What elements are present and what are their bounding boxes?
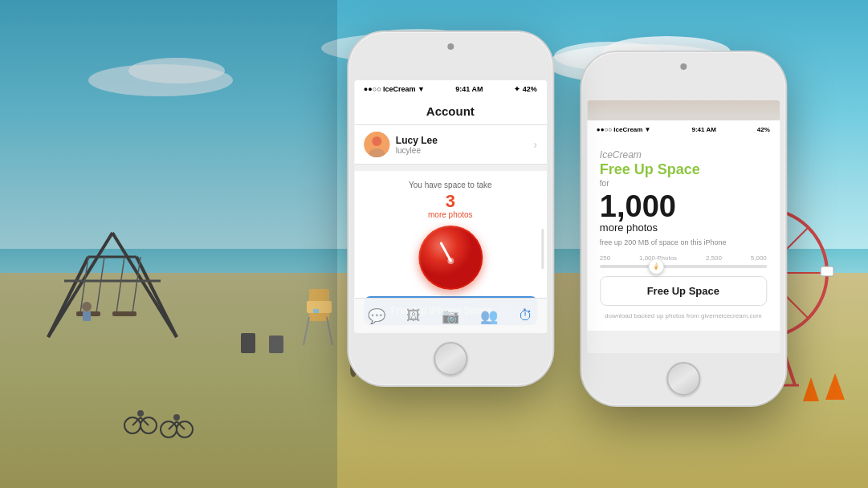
phone1-avatar — [364, 132, 389, 157]
phone1-user-info: Lucy Lee lucylee — [396, 135, 527, 155]
phone2-slider-labels: 250 1,000 Photos 2,500 5,000 — [600, 254, 767, 262]
phone2-more-photos: more photos — [600, 222, 767, 234]
phone2-main-content: IceCream Free Up Space for 1,000 more ph… — [587, 138, 780, 331]
svg-rect-10 — [0, 0, 337, 488]
phone2-battery: 42% — [757, 126, 770, 133]
phone2-slider-label-5000: 5,000 — [751, 254, 767, 262]
phone2-time: 9:41 AM — [691, 126, 715, 133]
phone1-space-prefix: You have space to take — [364, 181, 537, 189]
phone1-status-bar: ●●○○ IceCream ▼ 9:41 AM ✦ 42% — [354, 80, 547, 98]
phone-1: ●●○○ IceCream ▼ 9:41 AM ✦ 42% Account — [348, 32, 552, 385]
svg-point-68 — [447, 258, 454, 264]
svg-point-64 — [372, 136, 381, 146]
phone2-slider-track[interactable]: 🍦 — [600, 265, 767, 268]
svg-rect-53 — [307, 301, 332, 313]
phone1-speed-icon: ⏱ — [519, 307, 533, 324]
phone1-camera-icon: 📷 — [442, 307, 459, 325]
phone1-tab-bar: 💬 🖼 📷 👥 ⏱ — [354, 298, 547, 333]
phone2-carrier: ●●○○ IceCream ▼ — [597, 126, 651, 133]
phone2-home-button[interactable] — [666, 362, 700, 396]
svg-point-29 — [137, 410, 144, 417]
phone1-gauge — [418, 226, 483, 290]
svg-rect-24 — [83, 311, 91, 321]
phone1-time: 9:41 AM — [455, 85, 483, 93]
phone2-slider-label-2500: 2,500 — [706, 254, 722, 262]
phone1-home-button[interactable] — [434, 342, 467, 376]
phone1-account-chevron: › — [533, 138, 537, 151]
phone2-slider-fill — [600, 265, 650, 268]
phone1-screen: ●●○○ IceCream ▼ 9:41 AM ✦ 42% Account — [354, 80, 547, 333]
phone2-big-number: 1,000 — [600, 191, 767, 222]
phone1-bluetooth: ✦ — [514, 85, 520, 93]
phone2-logo: IceCream — [600, 149, 767, 161]
phone1-chat-icon: 💬 — [368, 307, 385, 325]
phone1-photos-icon: 🖼 — [406, 307, 421, 324]
phone2-slider-section: 250 1,000 Photos 2,500 5,000 🍦 — [600, 254, 767, 268]
phone1-user-handle: lucylee — [396, 146, 527, 155]
phone2-camera — [680, 63, 687, 70]
phone2-blur-top — [587, 100, 780, 120]
phone1-tab-camera[interactable]: 📷 — [442, 307, 459, 325]
phone1-gauge-circle — [418, 226, 483, 290]
phone1-camera — [447, 43, 454, 50]
phone2-slider-label-250: 250 — [600, 254, 610, 262]
phone1-account-row[interactable]: Lucy Lee lucylee › — [354, 125, 547, 165]
phone1-tab-people[interactable]: 👥 — [480, 307, 498, 325]
phone2-title: Free Up Space — [600, 162, 767, 178]
phone2-free-up-button[interactable]: Free Up Space — [600, 276, 767, 306]
svg-point-23 — [82, 302, 92, 311]
phones-container: ●●○○ IceCream ▼ 9:41 AM ✦ 42% Account — [348, 32, 552, 385]
phone2-free-mb: free up 200 MB of space on this iPhone — [600, 238, 767, 246]
phone2-for-text: for — [600, 179, 767, 188]
phone1-user-name: Lucy Lee — [396, 135, 527, 146]
svg-rect-54 — [313, 309, 319, 313]
phone1-tab-photos[interactable]: 🖼 — [406, 307, 421, 324]
phone2-screen: ●●○○ IceCream ▼ 9:41 AM 42% IceCream Fre… — [587, 100, 780, 353]
phone1-carrier: ●●○○ IceCream ▼ — [364, 85, 425, 93]
svg-rect-48 — [821, 266, 833, 276]
phone2-bottom-link: download backed up photos from givemeice… — [600, 312, 767, 319]
phone-2: ●●○○ IceCream ▼ 9:41 AM 42% IceCream Fre… — [581, 52, 785, 405]
phone1-people-icon: 👥 — [480, 307, 498, 325]
phone2-slider-thumb[interactable]: 🍦 — [648, 258, 664, 274]
phone1-space-suffix: more photos — [364, 210, 537, 219]
phone1-battery: 42% — [523, 85, 537, 93]
svg-point-34 — [173, 414, 180, 421]
phone1-space-count: 3 — [364, 193, 537, 210]
phone1-tab-speed[interactable]: ⏱ — [519, 307, 533, 324]
phone1-battery-area: ✦ 42% — [514, 85, 537, 93]
phone1-scroll-indicator — [541, 229, 544, 269]
svg-rect-58 — [269, 336, 283, 353]
phone1-tab-chat[interactable]: 💬 — [368, 307, 385, 325]
svg-rect-22 — [112, 311, 137, 316]
phone1-nav-title: Account — [354, 98, 547, 125]
phone2-thumb-icon: 🍦 — [652, 262, 660, 270]
phone2-status-bar: ●●○○ IceCream ▼ 9:41 AM 42% — [587, 120, 780, 138]
svg-rect-57 — [241, 333, 255, 353]
